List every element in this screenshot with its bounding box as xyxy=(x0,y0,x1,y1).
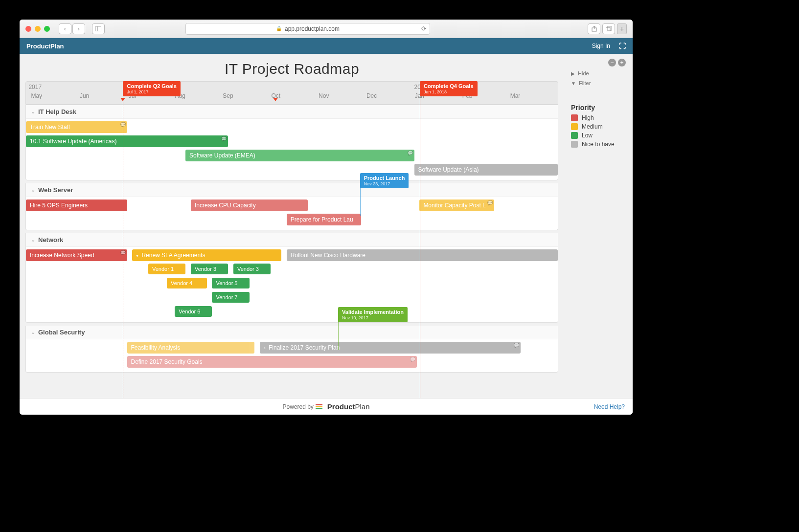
forward-button[interactable]: › xyxy=(72,23,85,34)
roadmap-bar[interactable]: ▾Renew SLA Agreements xyxy=(132,249,281,261)
lane-header[interactable]: ⌄Network xyxy=(26,233,558,247)
sidebar-toggle-icon[interactable] xyxy=(92,23,105,34)
lock-icon: 🔒 xyxy=(276,26,282,31)
legend-swatch xyxy=(571,141,578,148)
lane: ⌄Global SecurityFeasibility Analysis›Fin… xyxy=(25,326,558,373)
month-label: May xyxy=(31,92,42,99)
url-text: app.productplan.com xyxy=(285,25,340,32)
legend-item[interactable]: Nice to have xyxy=(571,141,626,148)
bar-label: Renew SLA Agreements xyxy=(141,252,205,259)
lane-header[interactable]: ⌄IT Help Desk xyxy=(26,105,558,119)
lane: ⌄NetworkIncrease Network Speed💬▾Renew SL… xyxy=(25,233,558,323)
bar-label: Train New Staff xyxy=(30,124,70,131)
chevron-down-icon: ⌄ xyxy=(31,329,35,335)
month-label: Jun xyxy=(80,92,89,99)
roadmap-bar[interactable]: Software Update (Asia) xyxy=(414,164,558,176)
bar-label: Prepare for Product Lau xyxy=(291,216,353,223)
roadmap-bar[interactable]: Vendor 3 xyxy=(191,264,228,274)
roadmap-bar[interactable]: Software Update (EMEA)💬 xyxy=(185,150,414,161)
lane: ⌄IT Help DeskTrain New Staff💬10.1 Softwa… xyxy=(25,105,558,180)
bar-label: Vendor 4 xyxy=(171,280,192,286)
month-label: Sep xyxy=(223,92,233,99)
roadmap-bar[interactable]: Vendor 4 xyxy=(167,278,207,288)
roadmap-bar[interactable]: Vendor 3 xyxy=(233,264,271,274)
tabs-icon[interactable] xyxy=(602,23,615,34)
lane-title: Web Server xyxy=(38,186,73,194)
browser-window: ‹ › 🔒 app.productplan.com ⟳ + ProductPla… xyxy=(20,20,633,415)
lane-title: Network xyxy=(38,236,63,244)
svg-rect-5 xyxy=(607,26,612,30)
roadmap-bar[interactable]: Prepare for Product Lau xyxy=(287,214,361,225)
comment-icon: 💬 xyxy=(408,151,413,155)
comment-icon: 💬 xyxy=(410,357,415,362)
bar-label: Software Update (Asia) xyxy=(418,166,479,173)
zoom-out-button[interactable]: − xyxy=(608,59,616,66)
milestone[interactable]: Complete Q2 GoalsJul 1, 2017 xyxy=(123,81,180,96)
legend-item[interactable]: Low xyxy=(571,132,626,139)
filter-toggle[interactable]: ▼Filter xyxy=(571,80,626,86)
bar-label: Monitor Capacity Post L xyxy=(423,202,485,209)
month-label: Mar xyxy=(510,92,521,99)
bar-label: Vendor 5 xyxy=(216,280,237,286)
roadmap-bar[interactable]: Rollout New Cisco Hardware xyxy=(287,249,558,261)
roadmap-bar[interactable]: ›Finalize 2017 Security Plan💬 xyxy=(260,342,521,354)
lane-title: IT Help Desk xyxy=(38,108,76,115)
chevron-down-icon: ⌄ xyxy=(31,109,35,115)
milestone[interactable]: Validate ImplementationNov 10, 2017 xyxy=(338,307,408,322)
bar-label: 10.1 Software Update (Americas) xyxy=(30,138,116,145)
roadmap-bar[interactable]: 10.1 Software Update (Americas)💬 xyxy=(26,135,228,147)
roadmap-bar[interactable]: Vendor 1 xyxy=(148,264,185,274)
footer: Powered by ProductPlan Need Help? xyxy=(20,398,633,415)
legend-swatch xyxy=(571,114,578,121)
bar-label: Define 2017 Security Goals xyxy=(131,358,203,365)
lane: ⌄Web ServerHire 5 OPS EngineersIncrease … xyxy=(25,183,558,230)
legend-item[interactable]: Medium xyxy=(571,123,626,130)
roadmap-bar[interactable]: Define 2017 Security Goals💬 xyxy=(127,356,417,368)
fullscreen-icon[interactable]: ⛶ xyxy=(619,42,626,50)
sign-in-link[interactable]: Sign In xyxy=(592,43,610,49)
chevron-right-icon: › xyxy=(264,345,266,351)
close-icon[interactable] xyxy=(25,26,31,32)
roadmap-bar[interactable]: Vendor 5 xyxy=(212,278,249,288)
svg-rect-4 xyxy=(606,27,610,31)
legend-label: High xyxy=(582,114,594,121)
lane-header[interactable]: ⌄Global Security xyxy=(26,326,558,339)
back-button[interactable]: ‹ xyxy=(59,23,71,34)
hide-toggle[interactable]: ▶Hide xyxy=(571,70,626,76)
chevron-down-icon: ▾ xyxy=(136,253,138,258)
roadmap-bar[interactable]: Vendor 7 xyxy=(212,292,249,303)
roadmap-bar[interactable]: Train New Staff💬 xyxy=(26,121,127,133)
roadmap-bar[interactable]: Increase Network Speed💬 xyxy=(26,249,127,261)
roadmap-bar[interactable]: Increase CPU Capacity xyxy=(191,200,308,211)
lane-header[interactable]: ⌄Web Server xyxy=(26,183,558,197)
traffic-lights xyxy=(25,26,50,32)
chevron-down-icon: ⌄ xyxy=(31,237,35,243)
svg-rect-0 xyxy=(95,26,101,31)
help-link[interactable]: Need Help? xyxy=(594,403,625,410)
new-tab-button[interactable]: + xyxy=(617,23,627,34)
zoom-in-button[interactable]: + xyxy=(618,59,626,66)
bar-label: Increase Network Speed xyxy=(30,252,94,259)
roadmap-bar[interactable]: Feasibility Analysis xyxy=(127,342,255,354)
footer-brand[interactable]: ProductPlan xyxy=(327,402,370,411)
url-bar[interactable]: 🔒 app.productplan.com ⟳ xyxy=(185,23,430,35)
reload-icon[interactable]: ⟳ xyxy=(421,25,427,32)
comment-icon: 💬 xyxy=(514,343,519,348)
bar-label: Finalize 2017 Security Plan xyxy=(269,344,340,351)
side-panel: − + ▶Hide ▼Filter Priority HighMediumLow… xyxy=(564,54,633,398)
roadmap-bar[interactable]: Monitor Capacity Post L💬 xyxy=(419,200,494,211)
roadmap-bar[interactable]: Vendor 6 xyxy=(175,306,212,317)
minimize-icon[interactable] xyxy=(35,26,41,32)
bar-label: Hire 5 OPS Engineers xyxy=(30,202,88,209)
bar-label: Vendor 3 xyxy=(237,266,259,272)
milestone[interactable]: Product LaunchNov 23, 2017 xyxy=(360,173,409,188)
milestone[interactable]: Complete Q4 GoalsJan 1, 2018 xyxy=(420,81,477,96)
maximize-icon[interactable] xyxy=(44,26,50,32)
bar-label: Software Update (EMEA) xyxy=(189,152,255,159)
legend-swatch xyxy=(571,132,578,139)
month-label: Dec xyxy=(366,92,377,99)
chevron-right-icon: ▶ xyxy=(571,71,575,76)
legend-item[interactable]: High xyxy=(571,114,626,121)
roadmap-bar[interactable]: Hire 5 OPS Engineers xyxy=(26,200,127,211)
share-icon[interactable] xyxy=(588,23,600,34)
